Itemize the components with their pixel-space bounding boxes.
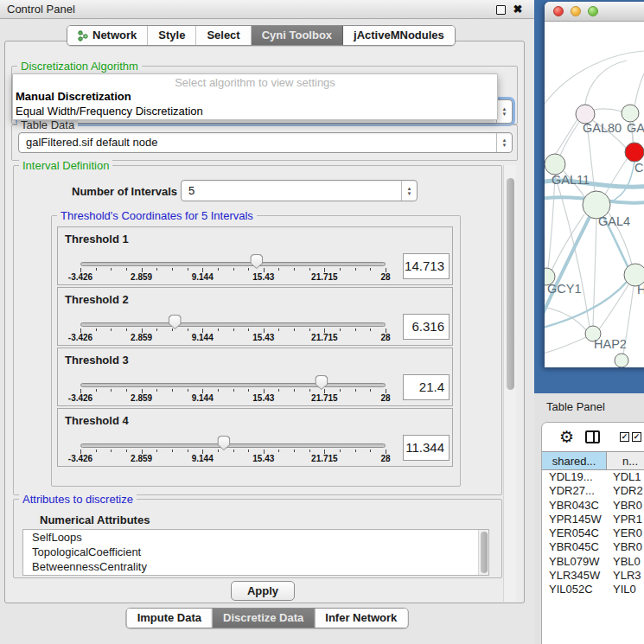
network-canvas[interactable]: GAL80GACGAL11GAL4GCY1HHAP2 xyxy=(545,22,644,367)
table-row[interactable]: YBR043CYBR0 xyxy=(542,499,644,513)
threshold-value-field[interactable]: 6.316 xyxy=(403,314,450,340)
column-checkboxes: ✓ ✓ xyxy=(620,432,641,442)
network-node[interactable] xyxy=(615,354,628,367)
tab-infer-network[interactable]: Infer Network xyxy=(315,609,407,628)
network-edge[interactable] xyxy=(599,284,629,329)
slider-minor-tick xyxy=(248,450,249,452)
column-header-name[interactable]: n... xyxy=(607,452,644,469)
network-node[interactable] xyxy=(625,143,644,162)
network-icon xyxy=(78,30,88,41)
tab-jactivemnodules[interactable]: jActiveMNodules xyxy=(343,26,455,45)
table-row[interactable]: YPR145WYPR1 xyxy=(542,513,644,526)
threshold-slider-track[interactable] xyxy=(80,383,386,387)
threshold-value-field[interactable]: 21.4 xyxy=(403,374,450,400)
slider-minor-tick xyxy=(340,268,341,271)
threshold-slider-handle[interactable] xyxy=(169,315,182,329)
threshold-value-field[interactable]: 14.713 xyxy=(403,253,450,279)
split-columns-icon[interactable] xyxy=(585,430,600,443)
table-panel: Table Panel ⚙ ✓ ✓ shared... n... YDL19..… xyxy=(534,393,644,644)
control-panel-titlebar: Control Panel ✖ xyxy=(0,0,534,19)
slider-tick-label: 9.144 xyxy=(192,272,214,282)
tab-impute-data[interactable]: Impute Data xyxy=(127,609,213,628)
number-of-intervals-combobox[interactable]: 5 ▲▼ xyxy=(181,180,418,201)
network-edge[interactable] xyxy=(593,220,596,327)
dropdown-item-manual-discretization[interactable]: Manual Discretization xyxy=(13,89,497,104)
slider-minor-tick xyxy=(233,268,234,271)
checkbox-icon[interactable]: ✓ xyxy=(620,432,629,442)
network-edge[interactable] xyxy=(585,61,627,105)
threshold-label: Threshold 3 xyxy=(65,354,129,367)
attribute-list-item[interactable]: BetweennessCentrality xyxy=(23,559,488,574)
network-node-label: H xyxy=(637,283,644,296)
float-panel-icon[interactable] xyxy=(496,5,506,15)
network-edge[interactable] xyxy=(548,175,555,269)
slider-minor-tick xyxy=(248,268,249,271)
control-panel: Control Panel ✖ Network Style Select Cyn… xyxy=(0,0,534,644)
checkbox-icon[interactable]: ✓ xyxy=(632,432,641,442)
network-node[interactable] xyxy=(622,105,639,122)
table-data-combobox[interactable]: galFiltered.sif default node ▲▼ xyxy=(18,132,513,153)
slider-minor-tick xyxy=(156,268,157,271)
window-close-icon[interactable] xyxy=(553,6,564,16)
slider-tick-label: 9.144 xyxy=(192,454,214,463)
network-edge[interactable] xyxy=(545,307,586,330)
combo-stepper-icon: ▲▼ xyxy=(496,133,512,152)
network-edge[interactable] xyxy=(605,159,627,194)
table-row[interactable]: YLR345WYLR3 xyxy=(542,569,644,583)
attribute-list-item[interactable]: TopologicalCoefficient xyxy=(23,545,488,559)
tab-network[interactable]: Network xyxy=(67,26,148,45)
table-row[interactable]: YBR045CYBR0 xyxy=(542,540,644,554)
apply-button[interactable]: Apply xyxy=(231,581,295,601)
attributes-list-scrollbar[interactable] xyxy=(478,530,488,575)
threshold-slider-handle[interactable] xyxy=(217,436,230,450)
network-edge[interactable] xyxy=(560,122,579,156)
slider-minor-tick xyxy=(188,389,188,392)
table-row[interactable]: YER054CYER0 xyxy=(542,526,644,540)
threshold-slider-handle[interactable] xyxy=(315,375,328,390)
table-panel-title: Table Panel xyxy=(534,393,644,413)
slider-minor-tick xyxy=(340,328,341,331)
slider-tick-label: -3.426 xyxy=(68,454,92,463)
cell-shared-name: YDR27... xyxy=(542,484,607,498)
slider-tick-label: 21.715 xyxy=(311,393,338,403)
slider-minor-tick xyxy=(111,328,112,331)
network-edge[interactable] xyxy=(593,109,622,112)
column-header-shared-name[interactable]: shared... xyxy=(542,452,607,469)
network-edge[interactable] xyxy=(545,51,644,104)
tab-discretize-data[interactable]: Discretize Data xyxy=(213,609,315,628)
dropdown-placeholder-item[interactable]: Select algorithm to view settings xyxy=(13,74,497,89)
slider-minor-tick xyxy=(278,268,279,271)
panel-scrollbar[interactable] xyxy=(503,165,516,602)
table-row[interactable]: YDR27...YDR2 xyxy=(542,484,644,498)
threshold-slider-track[interactable] xyxy=(80,262,386,266)
window-minimize-icon[interactable] xyxy=(571,6,581,16)
numerical-attributes-label: Numerical Attributes xyxy=(40,513,150,526)
cell-name: YBR0 xyxy=(607,540,644,554)
cell-name: YDR2 xyxy=(607,484,644,498)
tab-select[interactable]: Select xyxy=(196,26,251,45)
threshold-slider-handle[interactable] xyxy=(250,254,263,269)
network-node-label: GA xyxy=(627,121,644,135)
threshold-value-field[interactable]: 11.344 xyxy=(403,435,450,461)
table-row[interactable]: YBL079WYBL0 xyxy=(542,555,644,569)
tab-cyni-toolbox[interactable]: Cyni Toolbox xyxy=(252,26,343,45)
cell-name: YBR0 xyxy=(607,499,644,513)
window-zoom-icon[interactable] xyxy=(588,6,598,16)
table-row[interactable]: YDL19...YDL1 xyxy=(542,470,644,484)
gear-icon[interactable]: ⚙ xyxy=(559,429,574,446)
slider-minor-tick xyxy=(370,450,371,452)
table-row[interactable]: YIL052CYIL0 xyxy=(542,583,644,596)
close-panel-icon[interactable]: ✖ xyxy=(512,3,524,16)
numerical-attributes-list[interactable]: SelfLoopsTopologicalCoefficientBetweenne… xyxy=(22,529,489,576)
threshold-slider-track[interactable] xyxy=(80,322,386,327)
control-panel-title: Control Panel xyxy=(7,3,75,16)
network-node[interactable] xyxy=(545,154,565,175)
cell-shared-name: YPR145W xyxy=(542,513,607,526)
slider-minor-tick xyxy=(233,328,234,331)
attribute-list-item[interactable]: SelfLoops xyxy=(23,530,488,545)
threshold-slider-track[interactable] xyxy=(80,443,386,448)
network-edge[interactable] xyxy=(545,337,586,354)
tab-style[interactable]: Style xyxy=(148,26,196,45)
slider-minor-tick xyxy=(294,328,295,331)
dropdown-item-equal-width[interactable]: Equal Width/Frequency Discretization xyxy=(13,104,497,118)
